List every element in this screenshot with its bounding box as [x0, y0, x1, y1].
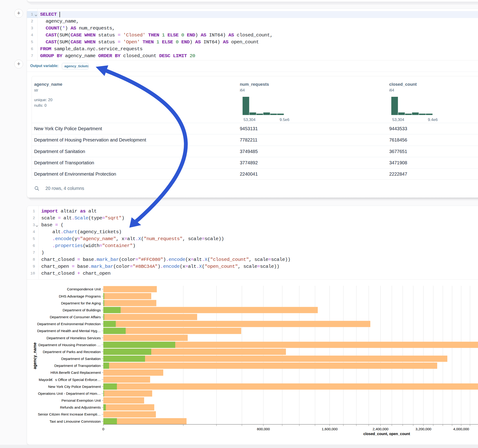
- svg-text:Mayorâ€ s Office of Special E: Mayorâ€ s Office of Special Enforce…: [39, 378, 101, 382]
- svg-text:2,400,000: 2,400,000: [373, 427, 389, 431]
- svg-text:4,000,000: 4,000,000: [453, 427, 469, 431]
- svg-text:Taxi and Limousine Commission: Taxi and Limousine Commission: [50, 419, 101, 423]
- svg-text:Department for the Aging: Department for the Aging: [61, 301, 101, 305]
- svg-text:1,600,000: 1,600,000: [322, 427, 338, 431]
- svg-text:800,000: 800,000: [257, 427, 270, 431]
- svg-text:Department of Transportation: Department of Transportation: [54, 364, 101, 367]
- svg-text:New York City Police Departmen: New York City Police Department: [48, 385, 101, 389]
- svg-text:Correspondence Unit: Correspondence Unit: [67, 287, 101, 291]
- svg-text:closed_count, open_count: closed_count, open_count: [363, 432, 410, 436]
- svg-text:3,200,000: 3,200,000: [415, 427, 431, 431]
- svg-text:Department of Parks and Recrea: Department of Parks and Recreation: [43, 350, 101, 354]
- svg-text:Department of Consumer Affairs: Department of Consumer Affairs: [50, 315, 101, 319]
- svg-text:Department of Homeless Service: Department of Homeless Services: [47, 336, 101, 340]
- svg-text:agency_name: agency_name: [32, 342, 37, 369]
- svg-text:Department of Health and Menta: Department of Health and Mental Hyg…: [37, 329, 101, 333]
- svg-text:Department of Housing Preserva: Department of Housing Preservation …: [38, 343, 101, 347]
- svg-text:Personal Exemption Unit: Personal Exemption Unit: [61, 398, 101, 402]
- svg-text:Department of Sanitation: Department of Sanitation: [61, 357, 101, 361]
- svg-text:HRA Benefit Card Replacement: HRA Benefit Card Replacement: [50, 371, 101, 374]
- svg-text:Refunds and Adjustments: Refunds and Adjustments: [60, 405, 101, 409]
- svg-text:DHS Advantage Programs: DHS Advantage Programs: [59, 294, 101, 298]
- svg-text:Department of Buildings: Department of Buildings: [63, 308, 101, 312]
- svg-text:Senior Citizen Rent Increase E: Senior Citizen Rent Increase Exempti…: [38, 412, 101, 416]
- svg-text:Department of Environmental Pr: Department of Environmental Protection: [37, 322, 101, 326]
- svg-text:0: 0: [102, 427, 104, 431]
- svg-text:Operations Unit - Department o: Operations Unit - Department of Hom…: [38, 392, 101, 395]
